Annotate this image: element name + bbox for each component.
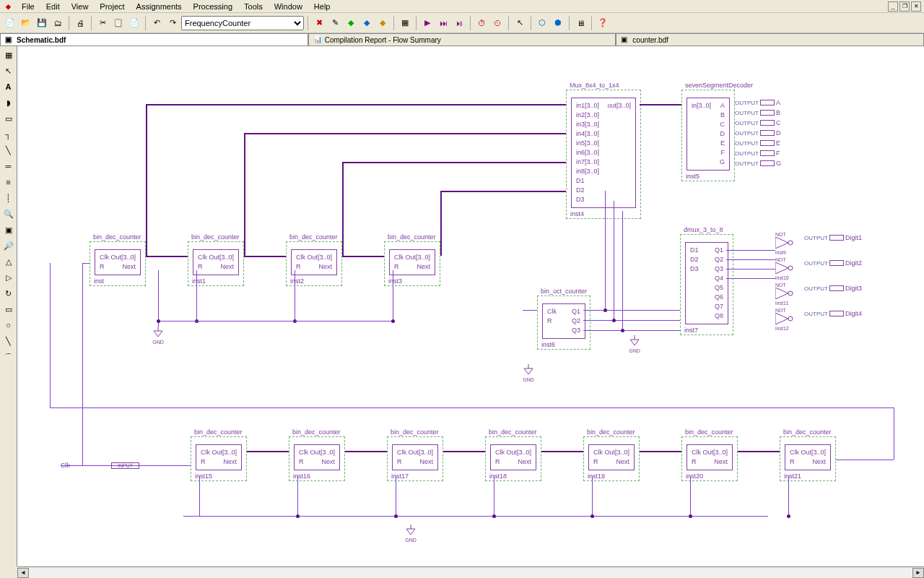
component-dmux_3_to_8[interactable]: dmux_3_to_8D1Q1D2Q2D3Q3Q4Q5Q6Q7Q8inst7 — [680, 234, 733, 335]
menu-project[interactable]: Project — [94, 1, 130, 12]
port-left: R — [299, 457, 304, 467]
component-bin_dec_counter[interactable]: bin_dec_counterClkOut[3..0]RNextinst16 — [289, 436, 345, 481]
pointer-icon[interactable]: ↖ — [513, 16, 527, 30]
fliph-icon[interactable]: ▷ — [1, 270, 16, 285]
minimize-button[interactable]: _ — [888, 1, 898, 12]
check-orange-icon[interactable]: ◆ — [375, 16, 390, 30]
check-blue-icon[interactable]: ◆ — [359, 16, 374, 30]
zoom-tool-icon[interactable]: 🔍 — [1, 207, 16, 221]
output-pin: OUTPUTC — [735, 119, 780, 126]
menu-tools[interactable]: Tools — [238, 1, 269, 12]
select-tool-icon[interactable]: ↖ — [1, 64, 16, 78]
instance-name: inst15 — [195, 473, 212, 480]
restore-button[interactable]: ❐ — [899, 1, 910, 12]
rect-tool-icon[interactable]: ▭ — [1, 111, 16, 126]
menu-view[interactable]: View — [66, 1, 95, 12]
instance-name: inst19 — [588, 473, 605, 480]
help-icon[interactable]: ❓ — [596, 16, 610, 30]
port-right: Q8 — [715, 311, 723, 321]
arc-icon[interactable]: ⌒ — [1, 350, 16, 364]
symbol-tool-icon[interactable]: ◗ — [1, 95, 16, 110]
pencil-icon[interactable]: ✎ — [328, 16, 342, 30]
port-left: R — [397, 457, 402, 467]
port-left: R — [790, 457, 795, 467]
component-bin_dec_counter[interactable]: bin_dec_counterClkOut[3..0]RNextinst — [90, 241, 146, 286]
port-left: Clk — [100, 253, 109, 262]
svg-marker-4 — [775, 288, 788, 299]
menu-help[interactable]: Help — [308, 1, 336, 12]
check-green-icon[interactable]: ◆ — [344, 16, 358, 30]
undo-icon[interactable]: ↶ — [149, 16, 164, 30]
tab-counter[interactable]: ▣ counter.bdf — [616, 33, 924, 46]
cut-icon[interactable]: ✂ — [95, 16, 110, 30]
compile-step-icon[interactable]: ⏭ — [436, 16, 450, 30]
component-bin_oct_counter[interactable]: bin_oct_counterClkQ1RQ2Q3inst6 — [537, 296, 590, 350]
menu-processing[interactable]: Processing — [188, 1, 238, 12]
copy-icon[interactable]: 📋 — [111, 16, 126, 30]
text-tool-icon[interactable]: A — [1, 79, 16, 94]
port-left: R — [593, 457, 598, 467]
schematic-canvas[interactable]: bin_dec_counterClkOut[3..0]RNextinstbin_… — [17, 46, 924, 566]
compile-skip-icon[interactable]: ⏯ — [452, 16, 466, 30]
print-icon[interactable]: 🖨 — [73, 16, 87, 30]
saveall-icon[interactable]: 🗂 — [51, 16, 65, 30]
component-bin_dec_counter[interactable]: bin_dec_counterClkOut[3..0]RNextinst21 — [780, 436, 836, 481]
menu-window[interactable]: Window — [269, 1, 308, 12]
project-select[interactable]: FrequencyCounter — [181, 16, 304, 30]
line-icon[interactable]: ╲ — [1, 334, 16, 348]
port-right: F — [721, 148, 725, 158]
oval-icon[interactable]: ○ — [1, 318, 16, 332]
instance-name: inst18 — [489, 473, 507, 480]
find-icon[interactable]: 🔎 — [1, 238, 16, 253]
menu-edit[interactable]: Edit — [40, 1, 66, 12]
component-bin_dec_counter[interactable]: bin_dec_counterClkOut[3..0]RNextinst18 — [485, 436, 541, 481]
save-icon[interactable]: 💾 — [35, 16, 49, 30]
diag-wire-icon[interactable]: ╲ — [1, 143, 16, 158]
component-bin_dec_counter[interactable]: bin_dec_counterClkOut[3..0]RNextinst19 — [583, 436, 640, 481]
rect2-icon[interactable]: ▭ — [1, 302, 16, 316]
port-left: in4[3..0] — [576, 129, 599, 139]
port-right: B — [720, 111, 725, 120]
redo-icon[interactable]: ↷ — [165, 16, 180, 30]
port-left: in7[3..0] — [576, 158, 599, 167]
partial-line-icon[interactable]: ┊ — [1, 191, 16, 205]
flipv-icon[interactable]: △ — [1, 254, 16, 269]
output-name: F — [776, 150, 780, 157]
timing-icon[interactable]: ⏱ — [474, 16, 489, 30]
port-right: out[3..0] — [607, 101, 631, 111]
bus-tool-icon[interactable]: ═ — [1, 159, 16, 173]
component-bin_dec_counter[interactable]: bin_dec_counterClkOut[3..0]RNextinst17 — [387, 436, 443, 481]
block-tool-icon[interactable]: ▦ — [1, 48, 16, 62]
chip-icon[interactable]: ▦ — [398, 16, 412, 30]
menu-file[interactable]: File — [16, 1, 40, 12]
display-icon[interactable]: 🖥 — [573, 16, 588, 30]
paste-icon[interactable]: 📄 — [127, 16, 141, 30]
output-label: OUTPUT — [735, 110, 759, 116]
compile-play-icon[interactable]: ▶ — [420, 16, 435, 30]
tab-schematic[interactable]: ▣ Schematic.bdf — [0, 33, 308, 46]
open-icon[interactable]: 📂 — [19, 16, 33, 30]
rotate-icon[interactable]: ↻ — [1, 286, 16, 301]
conduit-tool-icon[interactable]: ≡ — [1, 175, 16, 189]
tab-compilation-report[interactable]: 📊 Compilation Report - Flow Summary — [308, 33, 616, 46]
component-bin_dec_counter[interactable]: bin_dec_counterClkOut[3..0]RNextinst20 — [681, 436, 738, 481]
port-left: in5[3..0] — [576, 139, 599, 148]
output-label: OUTPUT — [735, 130, 759, 137]
close-button[interactable]: ✕ — [911, 1, 921, 12]
component-Mux_8x4_to_1x4[interactable]: Mux_8x4_to_1x4in1[3..0]out[3..0]in2[3..0… — [566, 90, 641, 219]
port-right: D — [720, 129, 725, 139]
orth-wire-icon[interactable]: ┐ — [1, 127, 16, 142]
timing2-icon[interactable]: ⏲ — [490, 16, 505, 30]
port-right: G — [720, 158, 725, 167]
settings-red-icon[interactable]: ✖ — [312, 16, 326, 30]
component-sevenSegmentDecoder[interactable]: sevenSegmentDecoderin[3..0]ABCDEFGinst5 — [681, 90, 735, 181]
component-bin_dec_counter[interactable]: bin_dec_counterClkOut[3..0]RNextinst15 — [191, 436, 247, 481]
pin-blue-icon[interactable]: ⬡ — [535, 16, 549, 30]
new-icon[interactable]: 📄 — [3, 16, 17, 30]
menu-assignments[interactable]: Assignments — [131, 1, 188, 12]
svg-marker-0 — [775, 237, 788, 249]
port-right: Next — [318, 262, 332, 272]
fullscreen-icon[interactable]: ▣ — [1, 223, 16, 237]
pin-blue2-icon[interactable]: ⬢ — [551, 16, 565, 30]
not-gate: NOTinst12 — [775, 308, 797, 331]
